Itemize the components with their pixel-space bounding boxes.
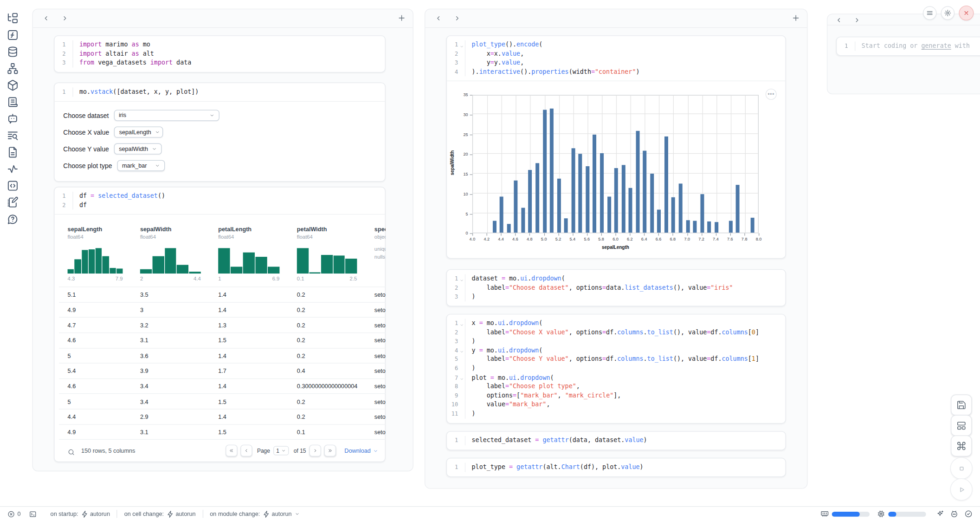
table-row[interactable]: 53.41.50.2setosa xyxy=(59,393,386,409)
histogram-bar xyxy=(68,269,74,274)
help-icon[interactable] xyxy=(7,214,19,225)
doc-search-icon[interactable] xyxy=(7,130,19,141)
menu-button[interactable] xyxy=(923,6,936,20)
chat-icon[interactable] xyxy=(7,113,19,124)
chart-bar xyxy=(679,183,683,233)
code-editor[interactable]: 1dataset = mo.ui.dropdown(2 label="Choos… xyxy=(447,270,785,306)
line-number: 1 xyxy=(447,40,465,49)
table-row[interactable]: 4.931.40.2setosa xyxy=(59,302,386,317)
close-button[interactable] xyxy=(959,6,974,20)
chart-bar xyxy=(586,166,589,233)
table-cell: 1.5 xyxy=(210,424,289,439)
table-row[interactable]: 53.61.40.2setosa xyxy=(59,348,386,363)
cell-change-autorun-toggle[interactable]: on cell change: autorun xyxy=(124,510,196,518)
table-cell: setosa xyxy=(366,348,386,363)
search-button[interactable] xyxy=(68,447,75,455)
chart-menu-button[interactable]: ••• xyxy=(766,89,777,100)
scratchpad-icon[interactable] xyxy=(7,196,19,208)
ai-assistant-button[interactable] xyxy=(936,510,944,518)
tracing-icon[interactable] xyxy=(7,163,19,175)
gear-icon xyxy=(944,9,951,17)
last-page-button[interactable] xyxy=(324,445,335,456)
scratchpad-editor[interactable]: 1 Start coding or generate with xyxy=(837,37,980,55)
dropdown-select[interactable]: sepalWidth xyxy=(114,143,161,154)
histogram-bar xyxy=(110,268,116,274)
dropdown-select[interactable]: mark_bar xyxy=(117,160,165,171)
panel-back-button[interactable] xyxy=(41,14,51,24)
code-line: 10 value="mark_bar", xyxy=(447,400,785,409)
code-editor[interactable]: 1df = selected_dataset()2df xyxy=(55,187,385,214)
dropdown-select[interactable]: sepalLength xyxy=(114,126,163,137)
code-editor[interactable]: 1mo.vstack([dataset, x, y, plot]) xyxy=(55,83,385,101)
module-change-autorun-toggle[interactable]: on module change: autorun xyxy=(210,510,300,518)
column-header[interactable]: petalWidthfloat640.12.5 xyxy=(288,221,366,287)
save-button[interactable] xyxy=(951,395,972,416)
panel-back-button[interactable] xyxy=(834,16,844,26)
console-icon[interactable] xyxy=(7,180,19,191)
code-editor[interactable]: 1import marimo as mo2import altair as al… xyxy=(55,36,385,72)
prev-page-button[interactable] xyxy=(240,445,252,456)
table-cell: 4.4 xyxy=(59,410,131,424)
chart-bar xyxy=(750,218,754,233)
chart-bar xyxy=(629,188,632,233)
column-header[interactable]: speciesobjectunique:nulls: xyxy=(366,221,386,287)
generate-link[interactable]: generate xyxy=(921,42,951,49)
memory-usage-track xyxy=(832,511,870,516)
chart-bar xyxy=(529,170,532,233)
column-header[interactable]: sepalWidthfloat6424.4 xyxy=(131,221,209,287)
table-row[interactable]: 4.63.11.50.2setosa xyxy=(59,332,386,348)
table-cell: 0.2 xyxy=(288,318,366,332)
snippets-icon[interactable] xyxy=(7,146,19,158)
code-editor[interactable]: 1plot_type = getattr(alt.Chart(df), plot… xyxy=(447,458,785,476)
histogram-bar xyxy=(89,249,95,274)
y-tick-label: 10 xyxy=(454,191,468,195)
table-row[interactable]: 4.42.91.40.2setosa xyxy=(59,409,386,424)
settings-button[interactable] xyxy=(941,6,954,20)
dropdown-select[interactable]: iris xyxy=(114,110,219,121)
column-header[interactable]: petalLengthfloat6416.9 xyxy=(210,221,289,287)
page-select[interactable]: 1 xyxy=(273,446,289,456)
stop-icon xyxy=(956,463,967,474)
stop-all-button[interactable] xyxy=(950,457,973,479)
line-number: 2 xyxy=(55,49,73,58)
startup-autorun-toggle[interactable]: on startup: autorun xyxy=(51,510,110,518)
logs-icon[interactable] xyxy=(7,96,19,108)
memory-icon xyxy=(821,510,829,518)
first-page-button[interactable] xyxy=(226,445,237,456)
column-histogram xyxy=(68,245,123,274)
next-page-button[interactable] xyxy=(309,445,321,456)
table-row[interactable]: 4.93.11.50.1setosa xyxy=(59,424,386,439)
code-line: 4).interactive().properties(width="conta… xyxy=(447,67,785,76)
altair-chart[interactable]: sepalWidth4.04.24.44.64.85.05.25.45.65.8… xyxy=(447,81,785,258)
function-icon[interactable] xyxy=(7,29,19,41)
connection-status-button[interactable] xyxy=(965,510,973,518)
add-cell-button[interactable] xyxy=(397,13,406,23)
chevron-right-icon xyxy=(312,448,318,454)
keyboard-shortcuts-button[interactable] xyxy=(951,436,972,456)
code-editor[interactable]: 1x = mo.ui.dropdown(2 label="Choose X va… xyxy=(447,314,785,423)
kernel-button[interactable] xyxy=(950,510,958,518)
table-row[interactable]: 4.63.41.40.30000000000000004setosa xyxy=(59,378,386,394)
code-editor[interactable]: 1selected_dataset = getattr(data, datase… xyxy=(447,432,785,449)
line-number: 2 xyxy=(447,283,465,292)
download-button[interactable]: Download xyxy=(344,447,378,454)
layout-button[interactable] xyxy=(951,415,972,436)
panel-forward-button[interactable] xyxy=(852,16,862,26)
terminal-button[interactable] xyxy=(29,510,37,518)
code-editor[interactable]: 1plot_type().encode(2 x=x.value,3 y=y.va… xyxy=(447,36,785,81)
table-row[interactable]: 5.43.91.70.4setosa xyxy=(59,363,386,378)
panel-forward-button[interactable] xyxy=(452,14,462,24)
errors-indicator[interactable]: 0 xyxy=(7,510,20,518)
table-row[interactable]: 5.13.51.40.2setosa xyxy=(59,287,386,302)
package-icon[interactable] xyxy=(7,79,19,91)
database-icon[interactable] xyxy=(7,46,19,58)
table-row[interactable]: 4.73.21.30.2setosa xyxy=(59,317,386,332)
run-all-button[interactable] xyxy=(950,478,973,501)
column-header[interactable]: sepalLengthfloat644.37.9 xyxy=(59,221,131,287)
file-tree-icon[interactable] xyxy=(7,13,19,24)
panel-back-button[interactable] xyxy=(434,14,443,24)
add-cell-button[interactable] xyxy=(791,13,800,23)
panel-forward-button[interactable] xyxy=(60,14,70,24)
line-number: 1 xyxy=(447,274,465,283)
dependency-graph-icon[interactable] xyxy=(7,63,19,74)
